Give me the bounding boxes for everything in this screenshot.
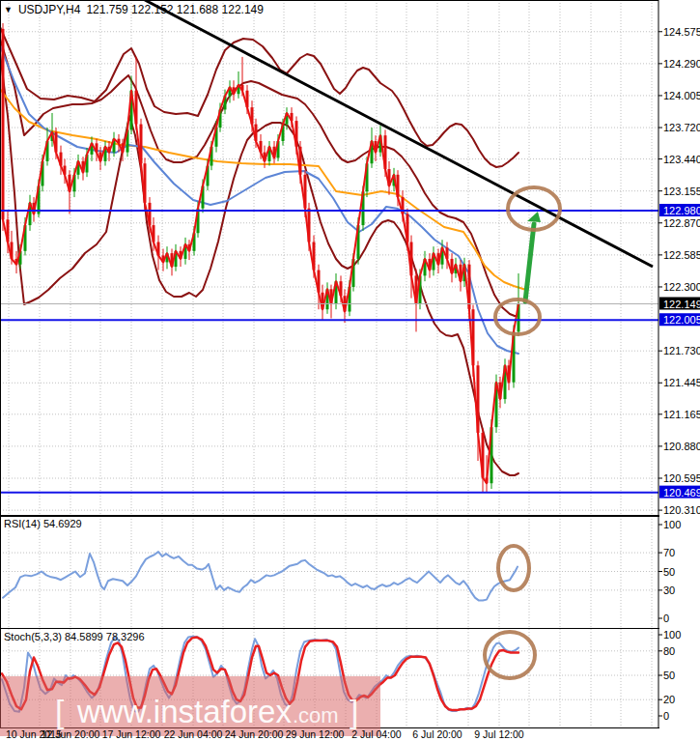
watermark-bracket: [: [55, 693, 65, 729]
panel-divider: [0, 628, 659, 629]
price-axis-label: 120.595: [663, 472, 700, 484]
chart-canvas[interactable]: 124.575124.290124.005123.720123.440123.1…: [0, 0, 700, 741]
rsi-axis-label: 100: [663, 519, 681, 530]
panel-divider: [0, 515, 659, 517]
stoch-axis-label: 100: [663, 629, 681, 641]
rsi-axis-label: 70: [663, 547, 675, 558]
price-axis-label: 122.300: [663, 281, 700, 293]
level-price-tag-text: 120.469: [663, 487, 700, 499]
price-axis-label: 123.440: [663, 154, 700, 165]
price-axis-label: 121.445: [663, 377, 700, 388]
level-price-tag-text: 122.980: [663, 205, 700, 216]
price-axis-label: 120.880: [663, 441, 700, 452]
time-axis-label: 6 Jul 20:00: [412, 728, 462, 740]
time-axis-label: 29 Jun 12:00: [286, 728, 345, 740]
mt4-chart-window[interactable]: 124.575124.290124.005123.720123.440123.1…: [0, 0, 700, 741]
ohlc-values: 121.759 122.152 121.688 122.149: [86, 3, 264, 16]
time-axis-label: 2 Jul 04:00: [351, 728, 402, 740]
time-axis-label: 24 Jun 20:00: [225, 728, 284, 740]
price-axis-label: 122.585: [663, 249, 700, 261]
price-axis-label: 121.165: [663, 409, 700, 420]
price-axis-label: 121.730: [663, 345, 700, 356]
price-axis-label: 124.290: [663, 58, 700, 70]
symbol-period-label: USDJPY,H4: [18, 3, 80, 16]
chevron-down-icon[interactable]: ▼: [4, 5, 13, 14]
level-price-tag-text: 122.005: [663, 314, 700, 326]
stoch-indicator-label: Stoch(5,3,3) 84.5899 78.3296: [4, 631, 145, 642]
price-axis-label: 120.310: [663, 504, 700, 516]
price-axis-label: 122.870: [663, 217, 700, 229]
rsi-axis-label: 50: [663, 566, 675, 578]
rsi-axis-label: 0: [663, 613, 669, 624]
chart-title: ▼ USDJPY,H4 121.759 122.152 121.688 122.…: [4, 3, 264, 16]
time-axis-label: 22 Jun 04:00: [164, 728, 223, 740]
price-axis-label: 124.575: [663, 26, 700, 38]
rsi-axis-label: 30: [663, 584, 675, 596]
watermark-text: www.instaforex: [76, 694, 292, 729]
rsi-indicator-label: RSI(14) 54.6929: [4, 518, 82, 529]
watermark-text-com: .com: [293, 703, 339, 727]
price-axis-label: 124.005: [663, 90, 700, 101]
chart-background: [0, 0, 700, 741]
candle-body: [2, 29, 5, 219]
stoch-axis-label: 80: [663, 645, 675, 657]
time-axis-label: 17 Jun 12:00: [102, 728, 161, 740]
price-axis-label: 123.155: [663, 185, 700, 197]
stoch-axis-label: 20: [663, 694, 675, 705]
time-axis-label: 12 Jun 20:00: [42, 728, 100, 740]
stoch-axis-label: 50: [663, 670, 675, 681]
stoch-axis-label: 0: [663, 710, 669, 722]
price-axis-label: 123.720: [663, 122, 700, 133]
watermark-bracket: ]: [350, 693, 358, 729]
current-price-tag-text: 122.149: [663, 299, 700, 310]
time-axis-label: 9 Jul 12:00: [474, 728, 524, 740]
